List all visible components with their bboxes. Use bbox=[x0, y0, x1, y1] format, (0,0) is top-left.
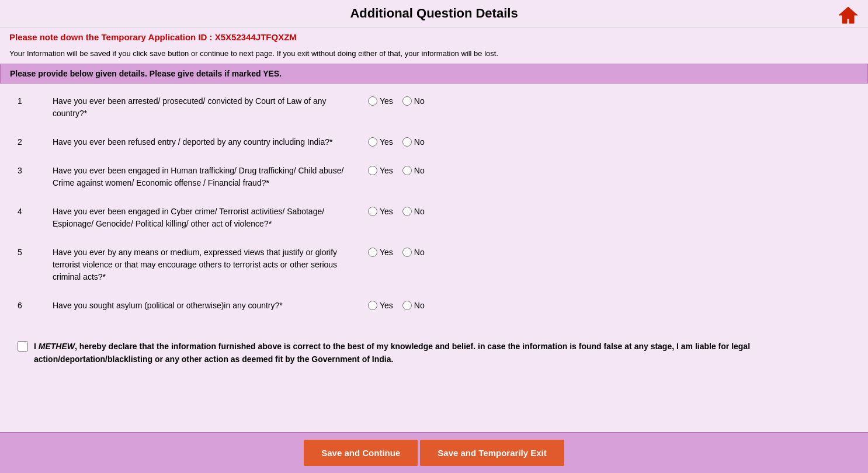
radio-group-1: Yes No bbox=[368, 95, 425, 106]
radio-no-4[interactable]: No bbox=[402, 207, 425, 216]
radio-no-3[interactable]: No bbox=[402, 166, 425, 175]
home-icon[interactable] bbox=[838, 5, 859, 26]
question-number-3: 3 bbox=[18, 165, 53, 175]
question-row-2: 2 Have you ever been refused entry / dep… bbox=[18, 136, 850, 148]
header-bar: Additional Question Details bbox=[0, 0, 868, 27]
yes-label-1: Yes bbox=[380, 96, 393, 106]
temp-id-value: X5X52344JTFQXZM bbox=[215, 32, 297, 42]
radio-no-2[interactable]: No bbox=[402, 137, 425, 147]
yes-label-4: Yes bbox=[380, 207, 393, 216]
question-number-6: 6 bbox=[18, 300, 53, 310]
radio-yes-2[interactable]: Yes bbox=[368, 137, 393, 147]
radio-no-input-6[interactable] bbox=[402, 301, 412, 310]
radio-no-input-5[interactable] bbox=[402, 248, 412, 257]
declaration-text: I METHEW, hereby declare that the inform… bbox=[34, 340, 850, 366]
question-number-1: 1 bbox=[18, 95, 53, 106]
question-row-3: 3 Have you ever been engaged in Human tr… bbox=[18, 165, 850, 189]
radio-yes-5[interactable]: Yes bbox=[368, 248, 393, 257]
radio-group-6: Yes No bbox=[368, 300, 425, 310]
question-text-5: Have you ever by any means or medium, ex… bbox=[53, 246, 345, 283]
radio-group-3: Yes No bbox=[368, 165, 425, 175]
questions-section: 1 Have you ever been arrested/ prosecute… bbox=[0, 89, 868, 334]
yes-label-5: Yes bbox=[380, 248, 393, 257]
temp-id-bar: Please note down the Temporary Applicati… bbox=[0, 27, 868, 47]
no-label-1: No bbox=[414, 96, 425, 106]
radio-no-input-2[interactable] bbox=[402, 137, 412, 147]
question-text-4: Have you ever been engaged in Cyber crim… bbox=[53, 206, 345, 230]
footer-buttons: Save and Continue Save and Temporarily E… bbox=[0, 432, 868, 473]
question-number-2: 2 bbox=[18, 136, 53, 147]
no-label-5: No bbox=[414, 248, 425, 257]
question-text-6: Have you sought asylum (political or oth… bbox=[53, 300, 345, 312]
radio-yes-input-5[interactable] bbox=[368, 248, 377, 257]
radio-no-input-4[interactable] bbox=[402, 207, 412, 216]
question-row-5: 5 Have you ever by any means or medium, … bbox=[18, 246, 850, 283]
yes-label-6: Yes bbox=[380, 301, 393, 310]
declaration-box: I METHEW, hereby declare that the inform… bbox=[18, 340, 850, 366]
radio-group-5: Yes No bbox=[368, 246, 425, 257]
question-row-6: 6 Have you sought asylum (political or o… bbox=[18, 300, 850, 312]
radio-group-2: Yes No bbox=[368, 136, 425, 147]
radio-yes-input-3[interactable] bbox=[368, 166, 377, 175]
radio-yes-input-1[interactable] bbox=[368, 96, 377, 106]
notice-bar: Please provide below given details. Plea… bbox=[0, 64, 868, 84]
question-row-1: 1 Have you ever been arrested/ prosecute… bbox=[18, 95, 850, 120]
radio-no-input-3[interactable] bbox=[402, 166, 412, 175]
yes-label-3: Yes bbox=[380, 166, 393, 175]
question-text-1: Have you ever been arrested/ prosecuted/… bbox=[53, 95, 345, 120]
radio-no-6[interactable]: No bbox=[402, 301, 425, 310]
temp-id-label: Please note down the Temporary Applicati… bbox=[9, 32, 213, 42]
declaration-name: METHEW bbox=[39, 342, 75, 351]
radio-group-4: Yes No bbox=[368, 206, 425, 216]
radio-no-5[interactable]: No bbox=[402, 248, 425, 257]
radio-yes-6[interactable]: Yes bbox=[368, 301, 393, 310]
no-label-6: No bbox=[414, 301, 425, 310]
radio-yes-3[interactable]: Yes bbox=[368, 166, 393, 175]
question-number-5: 5 bbox=[18, 246, 53, 257]
question-number-4: 4 bbox=[18, 206, 53, 216]
radio-no-input-1[interactable] bbox=[402, 96, 412, 106]
radio-yes-4[interactable]: Yes bbox=[368, 207, 393, 216]
radio-yes-input-2[interactable] bbox=[368, 137, 377, 147]
info-text: Your Information will be saved if you cl… bbox=[0, 47, 868, 64]
no-label-3: No bbox=[414, 166, 425, 175]
radio-yes-input-6[interactable] bbox=[368, 301, 377, 310]
no-label-2: No bbox=[414, 137, 425, 147]
page-wrapper: Additional Question Details Please note … bbox=[0, 0, 868, 473]
question-text-3: Have you ever been engaged in Human traf… bbox=[53, 165, 345, 189]
declaration-checkbox[interactable] bbox=[18, 341, 28, 352]
question-text-2: Have you ever been refused entry / depor… bbox=[53, 136, 345, 148]
save-continue-button[interactable]: Save and Continue bbox=[304, 440, 418, 466]
radio-yes-1[interactable]: Yes bbox=[368, 96, 393, 106]
no-label-4: No bbox=[414, 207, 425, 216]
radio-no-1[interactable]: No bbox=[402, 96, 425, 106]
question-row-4: 4 Have you ever been engaged in Cyber cr… bbox=[18, 206, 850, 230]
radio-yes-input-4[interactable] bbox=[368, 207, 377, 216]
yes-label-2: Yes bbox=[380, 137, 393, 147]
page-title: Additional Question Details bbox=[350, 6, 518, 21]
svg-marker-0 bbox=[839, 7, 857, 23]
save-exit-button[interactable]: Save and Temporarily Exit bbox=[420, 440, 564, 466]
declaration-section: I METHEW, hereby declare that the inform… bbox=[0, 334, 868, 378]
